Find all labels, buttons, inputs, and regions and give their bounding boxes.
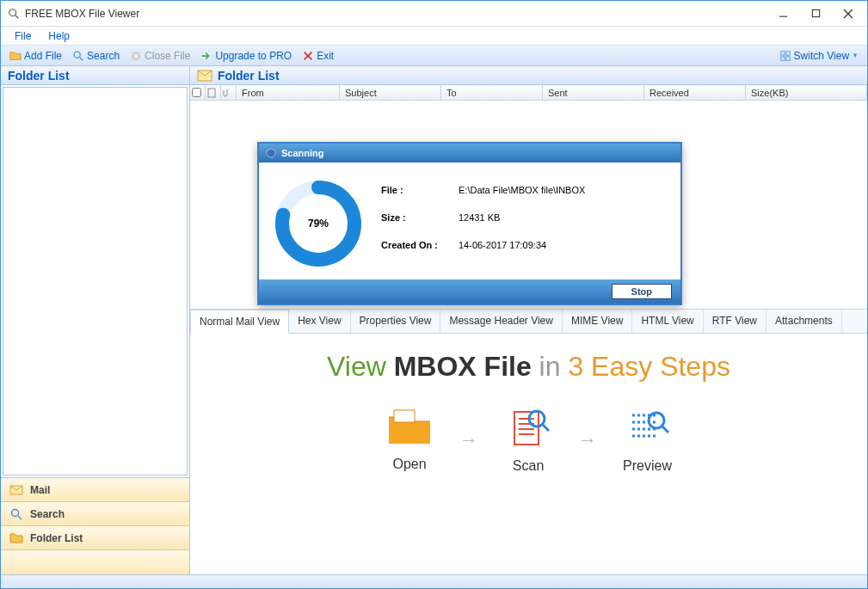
scan-file-label: File :	[381, 176, 459, 204]
close-file-button[interactable]: Close File	[125, 48, 195, 64]
svg-rect-3	[812, 9, 819, 16]
col-flag[interactable]	[206, 85, 221, 100]
scan-size-value: 12431 KB	[459, 204, 585, 231]
grid-icon	[779, 50, 791, 62]
svg-point-18	[12, 509, 19, 516]
exit-button[interactable]: Exit	[297, 48, 339, 64]
scan-info: File :E:\Data File\MBOX file\INBOX Size …	[381, 176, 672, 271]
scanning-dialog: Scanning 79% File :E:\Data File\MBOX fil…	[257, 142, 682, 305]
close-file-icon	[130, 50, 142, 62]
right-panel: Folder List From Subject To Sent Receive…	[190, 66, 867, 574]
search-button[interactable]: Search	[67, 48, 125, 64]
exit-icon	[302, 50, 314, 62]
menubar: File Help	[1, 27, 867, 46]
tab-properties[interactable]: Properties View	[351, 310, 441, 333]
col-from[interactable]: From	[237, 85, 340, 100]
tab-normal[interactable]: Normal Mail View	[190, 310, 289, 334]
tab-header[interactable]: Message Header View	[440, 310, 563, 333]
folder-open-icon	[385, 408, 434, 448]
left-panel-header: Folder List	[1, 66, 189, 85]
svg-rect-16	[785, 56, 789, 59]
svg-point-6	[74, 52, 80, 58]
tab-rtf[interactable]: RTF View	[704, 310, 766, 333]
col-to[interactable]: To	[441, 85, 543, 100]
attachment-icon	[223, 88, 231, 98]
svg-rect-13	[780, 51, 784, 54]
nav-mail[interactable]: Mail	[1, 478, 189, 502]
svg-line-1	[15, 15, 19, 18]
nav-folder-list[interactable]: Folder List	[1, 526, 189, 550]
promo-title: View MBOX File in 3 Easy Steps	[216, 351, 841, 383]
right-panel-header: Folder List	[190, 66, 867, 85]
tab-hex[interactable]: Hex View	[289, 310, 350, 333]
step-preview: Preview	[623, 407, 672, 474]
tab-html[interactable]: HTML View	[632, 310, 703, 333]
message-list-area: Scanning 79% File :E:\Data File\MBOX fil…	[190, 101, 867, 307]
promo-area: View MBOX File in 3 Easy Steps Open → Sc…	[190, 334, 867, 574]
left-panel: Folder List Mail Search Folder List	[1, 66, 190, 574]
step-open: Open	[385, 408, 434, 472]
magnifier-icon	[9, 507, 23, 521]
document-search-icon	[504, 407, 552, 450]
svg-rect-14	[785, 51, 789, 54]
statusbar	[1, 574, 867, 588]
svg-line-37	[662, 426, 668, 433]
svg-rect-24	[394, 410, 415, 422]
col-size[interactable]: Size(KB)	[746, 85, 867, 100]
scan-size-label: Size :	[381, 204, 459, 231]
progress-ring: 79%	[271, 176, 366, 271]
step-scan: Scan	[504, 407, 552, 474]
page-icon	[207, 88, 216, 98]
chevron-down-icon: ▼	[852, 52, 859, 59]
nav-buttons: Mail Search Folder List	[1, 477, 189, 574]
add-file-button[interactable]: Add File	[4, 48, 67, 64]
toolbar: Add File Search Close File Upgrade to PR…	[1, 46, 867, 66]
nav-spacer	[1, 550, 189, 574]
col-sent[interactable]: Sent	[543, 85, 644, 100]
nav-search[interactable]: Search	[1, 502, 189, 526]
switch-view-button[interactable]: Switch View ▼	[774, 48, 864, 64]
promo-steps: Open → Scan → Preview	[216, 407, 841, 474]
upgrade-button[interactable]: Upgrade to PRO	[195, 48, 297, 64]
col-received[interactable]: Received	[644, 85, 746, 100]
scan-file-value: E:\Data File\MBOX file\INBOX	[459, 176, 585, 204]
svg-point-0	[9, 9, 16, 15]
arrow-icon: →	[578, 429, 597, 451]
arrow-icon: →	[459, 429, 478, 451]
tab-mime[interactable]: MIME View	[563, 310, 632, 333]
svg-rect-15	[780, 56, 784, 59]
main-area: Folder List Mail Search Folder List Fold…	[1, 66, 867, 574]
folder-tree[interactable]	[3, 87, 188, 475]
col-checkbox[interactable]	[190, 85, 206, 100]
stop-button[interactable]: Stop	[612, 284, 672, 299]
close-button[interactable]	[840, 5, 857, 22]
shield-icon	[266, 148, 276, 158]
search-icon	[8, 8, 20, 20]
tab-attachments[interactable]: Attachments	[766, 310, 842, 333]
mail-icon	[9, 483, 23, 497]
view-tabs: Normal Mail View Hex View Properties Vie…	[190, 309, 867, 334]
svg-line-31	[543, 425, 549, 431]
menu-help[interactable]: Help	[40, 28, 78, 44]
svg-rect-21	[208, 89, 215, 97]
progress-percent: 79%	[308, 218, 329, 230]
scanning-title: Scanning	[259, 144, 680, 163]
magnifier-icon	[72, 50, 84, 62]
column-headers: From Subject To Sent Received Size(KB)	[190, 85, 867, 101]
preview-icon	[624, 407, 672, 450]
col-attachment[interactable]	[221, 85, 237, 100]
svg-line-7	[80, 57, 83, 60]
col-subject[interactable]: Subject	[340, 85, 441, 100]
scan-created-label: Created On :	[381, 231, 459, 259]
folder-plus-icon	[9, 50, 22, 62]
menu-file[interactable]: File	[6, 28, 40, 44]
minimize-button[interactable]	[774, 5, 791, 22]
mail-icon	[197, 70, 212, 82]
scan-footer: Stop	[259, 279, 680, 304]
arrow-right-icon	[200, 50, 212, 62]
folder-icon	[9, 531, 23, 545]
window-title: FREE MBOX File Viewer	[25, 8, 774, 20]
svg-point-36	[649, 413, 664, 428]
scan-created-value: 14-06-2017 17:09:34	[459, 231, 585, 259]
maximize-button[interactable]	[807, 5, 824, 22]
